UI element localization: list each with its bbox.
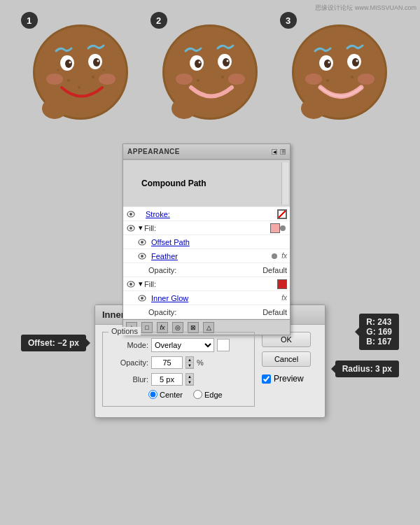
cookie-2 bbox=[156, 18, 265, 126]
center-label: Center bbox=[160, 391, 183, 399]
svg-point-46 bbox=[305, 74, 322, 85]
opacity-row: Opacity: Default bbox=[123, 263, 290, 277]
svg-point-37 bbox=[326, 79, 329, 82]
edge-label: Edge bbox=[204, 391, 223, 399]
svg-point-32 bbox=[228, 74, 245, 85]
edge-radio[interactable] bbox=[193, 390, 202, 399]
svg-point-11 bbox=[65, 59, 72, 68]
svg-point-41 bbox=[324, 59, 331, 68]
inner-glow-label[interactable]: Inner Glow bbox=[151, 294, 281, 302]
fill-pink-label: Fill: bbox=[144, 224, 269, 232]
opacity2-value: Default bbox=[262, 308, 287, 316]
opacity2-label: Opacity: bbox=[137, 308, 260, 316]
svg-point-51 bbox=[130, 227, 132, 230]
dialog-left: Options Mode: Overlay Normal Multiply bbox=[102, 332, 255, 410]
opacity-label: Opacity: bbox=[137, 266, 260, 274]
fill-red-swatch[interactable] bbox=[277, 279, 287, 289]
offset-callout: Offset: −2 px bbox=[21, 335, 86, 351]
svg-point-5 bbox=[92, 76, 94, 78]
panel-menu-btn[interactable]: ☰ bbox=[280, 149, 286, 155]
feather-dot bbox=[272, 253, 277, 259]
mode-select[interactable]: Overlay Normal Multiply bbox=[151, 338, 214, 352]
watermark: 思缘设计论坛 www.MISSVUAN.com bbox=[315, 4, 416, 13]
feather-row: Feather fx bbox=[123, 249, 290, 263]
fill-red-eye-icon[interactable] bbox=[126, 279, 136, 289]
opacity-up[interactable]: ▲ bbox=[186, 357, 193, 363]
opacity-stepper[interactable]: ▲ ▼ bbox=[186, 356, 194, 369]
stroke-eye-icon[interactable] bbox=[126, 209, 136, 219]
svg-point-6 bbox=[78, 86, 80, 89]
layer-name-row: Compound Path bbox=[123, 160, 290, 207]
edge-radio-item: Edge bbox=[193, 390, 223, 399]
center-radio[interactable] bbox=[148, 390, 158, 399]
cancel-button[interactable]: Cancel bbox=[262, 351, 311, 367]
radio-group: Center Edge bbox=[148, 390, 247, 399]
inner-glow-eye-icon[interactable] bbox=[137, 293, 147, 303]
mode-label: Mode: bbox=[110, 341, 148, 349]
fill-red-label: Fill: bbox=[144, 280, 276, 288]
svg-point-45 bbox=[356, 60, 358, 62]
fill-pink-swatch[interactable] bbox=[270, 223, 280, 233]
svg-point-27 bbox=[198, 62, 200, 64]
preview-row: Preview bbox=[262, 374, 318, 384]
stroke-swatch[interactable] bbox=[277, 209, 287, 219]
preview-label: Preview bbox=[274, 374, 304, 384]
stroke-label[interactable]: Stroke: bbox=[146, 210, 277, 218]
panel-controls[interactable]: ◀ ☰ bbox=[272, 149, 286, 155]
opacity-field: Opacity: ▲ ▼ % bbox=[110, 356, 247, 369]
blur-label: Blur: bbox=[110, 375, 148, 384]
svg-point-26 bbox=[195, 59, 202, 68]
cookie-step-1: 1 bbox=[27, 18, 135, 126]
svg-point-9 bbox=[42, 98, 67, 119]
center-radio-item: Center bbox=[148, 390, 183, 399]
svg-point-47 bbox=[358, 74, 374, 85]
svg-point-55 bbox=[141, 255, 144, 258]
panel-header: APPEARANCE ◀ ☰ bbox=[123, 144, 290, 160]
cookie-step-3: 3 bbox=[286, 18, 394, 126]
options-legend: Options bbox=[108, 327, 141, 335]
svg-point-4 bbox=[67, 79, 70, 82]
panel-title: APPEARANCE bbox=[127, 148, 180, 155]
svg-point-8 bbox=[102, 69, 104, 71]
svg-point-24 bbox=[172, 98, 197, 119]
svg-point-30 bbox=[226, 60, 228, 62]
svg-point-29 bbox=[223, 58, 230, 66]
glow-color-swatch[interactable] bbox=[217, 339, 230, 351]
appearance-panel: APPEARANCE ◀ ☰ Compound Path Stroke: bbox=[122, 144, 290, 335]
feather-fx: fx bbox=[281, 252, 287, 260]
opacity-unit: % bbox=[197, 358, 204, 367]
feather-label[interactable]: Feather bbox=[151, 252, 272, 260]
cookie-3 bbox=[286, 18, 394, 126]
fill-dot bbox=[280, 225, 286, 231]
svg-point-15 bbox=[97, 60, 99, 62]
feather-eye-icon[interactable] bbox=[137, 251, 147, 261]
inner-glow-row: Inner Glow fx bbox=[123, 291, 290, 305]
blur-input[interactable] bbox=[151, 373, 183, 386]
opacity-down[interactable]: ▼ bbox=[186, 363, 193, 368]
step-badge-1: 1 bbox=[21, 12, 38, 29]
mode-field: Mode: Overlay Normal Multiply bbox=[110, 338, 247, 352]
inner-glow-fx: fx bbox=[281, 294, 287, 302]
svg-point-31 bbox=[176, 74, 192, 85]
svg-point-38 bbox=[351, 76, 354, 78]
blur-down[interactable]: ▼ bbox=[186, 379, 193, 385]
fill-eye-icon[interactable] bbox=[126, 223, 136, 233]
opacity2-row: Opacity: Default bbox=[123, 305, 290, 319]
opacity-value: Default bbox=[262, 266, 287, 274]
svg-point-53 bbox=[141, 241, 144, 244]
preview-checkbox[interactable] bbox=[262, 374, 271, 384]
options-group: Options Mode: Overlay Normal Multiply bbox=[102, 332, 255, 407]
opacity-input[interactable] bbox=[151, 356, 183, 369]
panel-collapse-btn[interactable]: ◀ bbox=[272, 149, 277, 155]
blur-up[interactable]: ▲ bbox=[186, 374, 193, 379]
step-badge-3: 3 bbox=[280, 12, 297, 29]
svg-point-59 bbox=[141, 297, 144, 300]
offset-path-label[interactable]: Offset Path bbox=[151, 238, 287, 246]
dialog-body: Options Mode: Overlay Normal Multiply bbox=[95, 325, 325, 417]
svg-point-57 bbox=[130, 283, 132, 286]
svg-point-17 bbox=[99, 74, 115, 85]
offset-eye-icon[interactable] bbox=[137, 237, 147, 247]
blur-stepper[interactable]: ▲ ▼ bbox=[186, 373, 194, 386]
dialog-right: OK Cancel Preview bbox=[262, 332, 318, 410]
svg-point-16 bbox=[46, 74, 63, 85]
